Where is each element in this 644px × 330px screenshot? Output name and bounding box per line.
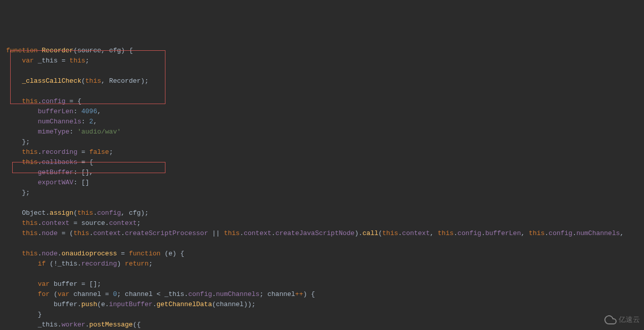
- code-line[interactable]: bufferLen: 4096,: [0, 107, 644, 117]
- code-line[interactable]: exportWAV: []: [0, 178, 644, 188]
- watermark-text: 亿速云: [619, 315, 640, 325]
- watermark: 亿速云: [604, 314, 640, 326]
- code-line[interactable]: [0, 66, 644, 76]
- code-line[interactable]: numChannels: 2,: [0, 117, 644, 127]
- code-editor[interactable]: function Recorder(source, cfg) { var _th…: [0, 46, 644, 330]
- code-line[interactable]: this.node = (this.context.createScriptPr…: [0, 228, 644, 239]
- code-line[interactable]: [0, 239, 644, 249]
- code-line[interactable]: buffer.push(e.inputBuffer.getChannelData…: [0, 300, 644, 310]
- code-line[interactable]: [0, 86, 644, 96]
- code-line[interactable]: [0, 198, 644, 208]
- code-line[interactable]: };: [0, 188, 644, 198]
- code-line[interactable]: this.node.onaudioprocess = function (e) …: [0, 249, 644, 259]
- code-line[interactable]: getBuffer: [],: [0, 168, 644, 178]
- cloud-icon: [604, 314, 617, 326]
- code-line[interactable]: for (var channel = 0; channel < _this.co…: [0, 289, 644, 300]
- code-line[interactable]: var buffer = [];: [0, 279, 644, 289]
- code-line[interactable]: Object.assign(this.config, cfg);: [0, 208, 644, 218]
- code-line[interactable]: }: [0, 310, 644, 320]
- code-line[interactable]: mimeType: 'audio/wav': [0, 127, 644, 137]
- code-line[interactable]: _this.worker.postMessage({: [0, 320, 644, 330]
- code-line[interactable]: var _this = this;: [0, 56, 644, 66]
- code-line[interactable]: };: [0, 137, 644, 147]
- code-line[interactable]: _classCallCheck(this, Recorder);: [0, 76, 644, 86]
- code-line[interactable]: if (!_this.recording) return;: [0, 259, 644, 269]
- code-line[interactable]: [0, 269, 644, 279]
- code-line[interactable]: this.recording = false;: [0, 147, 644, 157]
- code-line[interactable]: this.context = source.context;: [0, 218, 644, 228]
- code-line[interactable]: this.config = {: [0, 96, 644, 107]
- code-line[interactable]: this.callbacks = {: [0, 157, 644, 168]
- code-line[interactable]: function Recorder(source, cfg) {: [0, 46, 644, 56]
